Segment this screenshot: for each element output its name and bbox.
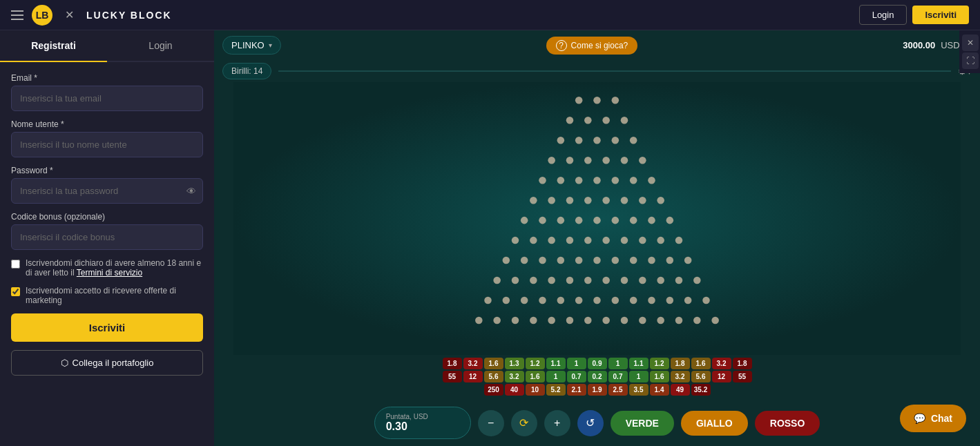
eye-icon[interactable]: 👁 bbox=[186, 186, 196, 197]
pins-bar: Birilli: 14 ⚙▾ bbox=[214, 60, 980, 82]
bet-amount: 0.30 bbox=[386, 420, 459, 433]
main-layout: Registrati Login Email * Nome utente * P… bbox=[0, 30, 980, 446]
verde-button[interactable]: VERDE bbox=[611, 411, 674, 436]
svg-point-45 bbox=[548, 237, 555, 244]
pins-badge: Birilli: 14 bbox=[222, 63, 271, 79]
hamburger-icon[interactable] bbox=[11, 10, 23, 20]
svg-point-41 bbox=[648, 217, 655, 224]
bet-decrease-button[interactable]: − bbox=[478, 410, 504, 436]
svg-point-34 bbox=[521, 217, 528, 224]
game-selector[interactable]: PLINKO ▾ bbox=[222, 36, 281, 55]
register-button[interactable]: Iscriviti bbox=[912, 6, 969, 24]
svg-point-2 bbox=[593, 97, 601, 104]
password-wrap: 👁 bbox=[11, 178, 203, 204]
svg-point-95 bbox=[584, 317, 592, 324]
multiplier-row-2: 55 12 5.6 3.2 1.6 1 0.7 0.2 0.7 1 1.6 3.… bbox=[220, 371, 974, 382]
multipliers-section: 1.8 3.2 1.6 1.3 1.2 1.1 1 0.9 1 1.1 1.2 … bbox=[214, 355, 980, 400]
svg-point-55 bbox=[539, 257, 546, 264]
svg-point-83 bbox=[612, 297, 619, 304]
svg-point-75 bbox=[693, 277, 701, 284]
rosso-button[interactable]: ROSSO bbox=[755, 411, 820, 436]
mult-cell: 1 bbox=[608, 358, 628, 369]
svg-point-50 bbox=[639, 237, 646, 244]
registration-form: Email * Nome utente * Password * 👁 Codic… bbox=[0, 62, 214, 387]
svg-point-49 bbox=[621, 237, 628, 244]
brand-name: LUCKY BLOCK bbox=[86, 10, 172, 21]
chat-label: Chat bbox=[931, 413, 952, 424]
bet-coins-button[interactable]: ⟳ bbox=[511, 410, 537, 436]
mult-cell: 1.6 bbox=[484, 358, 503, 369]
username-label: Nome utente * bbox=[11, 119, 203, 129]
bonus-label: Codice bonus (opzionale) bbox=[11, 212, 203, 222]
close-game-icon[interactable]: ✕ bbox=[962, 35, 979, 51]
password-input[interactable] bbox=[11, 178, 203, 204]
header: LB ✕ LUCKY BLOCK Login Iscriviti bbox=[0, 0, 980, 30]
mult-cell: 1.6 bbox=[526, 371, 545, 382]
marketing-checkbox[interactable] bbox=[11, 287, 20, 296]
email-input[interactable] bbox=[11, 86, 203, 111]
svg-point-17 bbox=[621, 157, 628, 164]
terms-link[interactable]: Termini di servizio bbox=[77, 268, 142, 278]
svg-point-8 bbox=[557, 137, 565, 144]
logo-image: LB bbox=[32, 5, 52, 26]
expand-icon[interactable]: ⛶ bbox=[962, 52, 979, 69]
svg-point-40 bbox=[630, 217, 637, 224]
terms-text: Iscrivendomi dichiaro di avere almeno 18… bbox=[26, 258, 203, 278]
svg-point-88 bbox=[702, 297, 710, 304]
mult-cell: 55 bbox=[443, 371, 462, 382]
mult-cell: 1.8 bbox=[733, 358, 752, 369]
mult-cell: 12 bbox=[463, 371, 483, 382]
chat-button[interactable]: 💬 Chat bbox=[900, 405, 966, 432]
connect-wallet-button[interactable]: ⬡ Collega il portafoglio bbox=[11, 350, 203, 376]
svg-point-91 bbox=[512, 317, 519, 324]
mult-cell: 1.2 bbox=[650, 358, 669, 369]
svg-point-73 bbox=[657, 277, 664, 284]
svg-point-51 bbox=[657, 237, 664, 244]
svg-point-81 bbox=[575, 297, 583, 304]
sidebar-tabs: Registrati Login bbox=[0, 30, 214, 62]
terms-checkbox[interactable] bbox=[11, 260, 20, 269]
svg-point-79 bbox=[539, 297, 546, 304]
svg-point-48 bbox=[602, 237, 610, 244]
svg-point-47 bbox=[584, 237, 592, 244]
svg-point-12 bbox=[630, 137, 637, 144]
svg-point-39 bbox=[612, 217, 619, 224]
svg-point-25 bbox=[648, 177, 655, 184]
tab-login[interactable]: Login bbox=[107, 30, 214, 61]
game-name-label: PLINKO bbox=[231, 40, 265, 50]
bet-increase-button[interactable]: + bbox=[544, 410, 570, 436]
svg-point-43 bbox=[512, 237, 519, 244]
giallo-button[interactable]: GIALLO bbox=[681, 411, 748, 436]
svg-point-69 bbox=[584, 277, 592, 284]
svg-point-98 bbox=[639, 317, 646, 324]
svg-point-66 bbox=[530, 277, 537, 284]
svg-point-80 bbox=[557, 297, 565, 304]
login-button[interactable]: Login bbox=[859, 5, 907, 25]
svg-point-18 bbox=[639, 157, 646, 164]
mult-cell: 12 bbox=[712, 371, 731, 382]
svg-point-86 bbox=[666, 297, 674, 304]
signup-button[interactable]: Iscriviti bbox=[11, 313, 203, 342]
svg-point-11 bbox=[612, 137, 619, 144]
mult-cell: 49 bbox=[671, 384, 690, 396]
close-tab-icon[interactable]: ✕ bbox=[61, 7, 78, 23]
currency-label: USD bbox=[941, 40, 959, 50]
svg-point-9 bbox=[575, 137, 583, 144]
how-to-play-button[interactable]: ? Come si gioca? bbox=[546, 37, 638, 55]
svg-point-60 bbox=[630, 257, 637, 264]
svg-point-67 bbox=[548, 277, 555, 284]
tab-register[interactable]: Registrati bbox=[0, 30, 107, 62]
username-input[interactable] bbox=[11, 132, 203, 157]
bonus-input[interactable] bbox=[11, 224, 203, 250]
svg-point-4 bbox=[566, 117, 574, 124]
game-area: ✕ ⛶ PLINKO ▾ ? Come si gioca? 3000.00 US… bbox=[214, 30, 980, 446]
mult-cell: 1.1 bbox=[629, 358, 648, 369]
svg-point-85 bbox=[648, 297, 655, 304]
bet-refresh-button[interactable]: ↺ bbox=[577, 410, 604, 436]
mult-cell: 10 bbox=[526, 384, 545, 396]
mult-cell: 40 bbox=[505, 384, 524, 396]
mult-cell: 3.2 bbox=[671, 371, 690, 382]
mult-cell: 250 bbox=[484, 384, 503, 396]
svg-point-28 bbox=[566, 197, 574, 204]
svg-point-23 bbox=[612, 177, 619, 184]
